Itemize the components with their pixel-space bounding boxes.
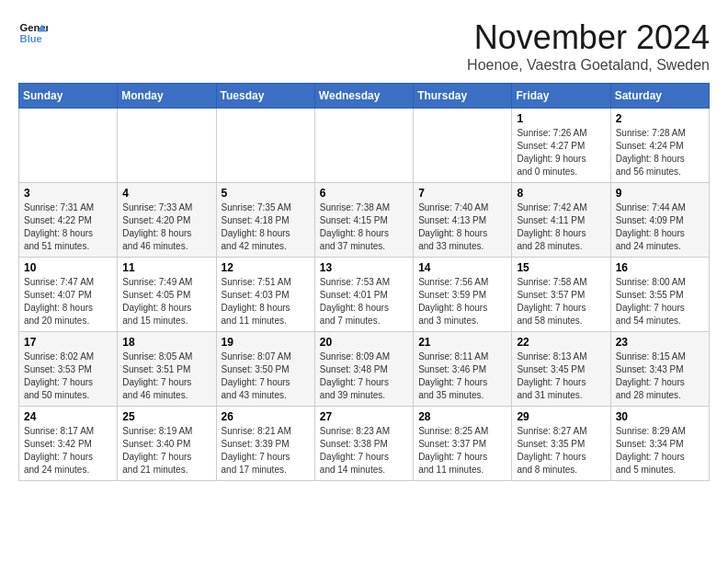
day-info: Sunrise: 8:15 AM Sunset: 3:43 PM Dayligh…	[616, 350, 704, 402]
calendar-day-cell	[19, 109, 118, 183]
calendar-day-cell	[118, 109, 216, 183]
calendar-day-cell: 24 Sunrise: 8:17 AM Sunset: 3:42 PM Dayl…	[19, 407, 118, 481]
calendar-day-cell: 27 Sunrise: 8:23 AM Sunset: 3:38 PM Dayl…	[314, 407, 413, 481]
calendar-day-cell: 28 Sunrise: 8:25 AM Sunset: 3:37 PM Dayl…	[414, 407, 512, 481]
day-info: Sunrise: 7:28 AM Sunset: 4:24 PM Dayligh…	[616, 127, 704, 178]
day-info: Sunrise: 8:00 AM Sunset: 3:55 PM Dayligh…	[616, 276, 704, 327]
weekday-header: Wednesday	[314, 84, 413, 109]
day-info: Sunrise: 8:05 AM Sunset: 3:51 PM Dayligh…	[122, 350, 210, 402]
day-info: Sunrise: 8:17 AM Sunset: 3:42 PM Dayligh…	[24, 425, 112, 477]
calendar-day-cell: 19 Sunrise: 8:07 AM Sunset: 3:50 PM Dayl…	[216, 332, 314, 407]
calendar-day-cell	[414, 109, 512, 183]
calendar-day-cell: 9 Sunrise: 7:44 AM Sunset: 4:09 PM Dayli…	[610, 183, 709, 258]
day-number: 20	[320, 336, 408, 349]
day-info: Sunrise: 8:21 AM Sunset: 3:39 PM Dayligh…	[222, 425, 310, 477]
day-number: 21	[418, 336, 506, 349]
calendar-day-cell: 21 Sunrise: 8:11 AM Sunset: 3:46 PM Dayl…	[414, 332, 512, 407]
calendar-day-cell: 12 Sunrise: 7:51 AM Sunset: 4:03 PM Dayl…	[216, 258, 314, 332]
weekday-header: Thursday	[414, 84, 512, 109]
day-info: Sunrise: 8:25 AM Sunset: 3:37 PM Dayligh…	[418, 425, 506, 477]
day-number: 23	[616, 336, 704, 349]
calendar-day-cell: 17 Sunrise: 8:02 AM Sunset: 3:53 PM Dayl…	[19, 332, 118, 407]
calendar-day-cell	[314, 109, 413, 183]
day-info: Sunrise: 8:07 AM Sunset: 3:50 PM Dayligh…	[222, 350, 310, 402]
day-info: Sunrise: 8:02 AM Sunset: 3:53 PM Dayligh…	[24, 350, 112, 402]
month-title: November 2024	[467, 18, 710, 57]
day-info: Sunrise: 8:29 AM Sunset: 3:34 PM Dayligh…	[616, 425, 704, 477]
location-title: Hoenoe, Vaestra Goetaland, Sweden	[467, 57, 710, 74]
day-number: 3	[24, 187, 112, 200]
day-number: 9	[616, 187, 704, 200]
day-number: 2	[616, 112, 704, 125]
calendar-day-cell: 15 Sunrise: 7:58 AM Sunset: 3:57 PM Dayl…	[512, 258, 610, 332]
calendar-table: SundayMondayTuesdayWednesdayThursdayFrid…	[18, 83, 710, 481]
day-number: 17	[24, 336, 112, 349]
calendar-day-cell: 18 Sunrise: 8:05 AM Sunset: 3:51 PM Dayl…	[118, 332, 216, 407]
calendar-day-cell: 8 Sunrise: 7:42 AM Sunset: 4:11 PM Dayli…	[512, 183, 610, 258]
calendar-day-cell	[216, 109, 314, 183]
day-number: 14	[418, 261, 506, 274]
day-info: Sunrise: 7:51 AM Sunset: 4:03 PM Dayligh…	[222, 276, 310, 327]
calendar-week-row: 10 Sunrise: 7:47 AM Sunset: 4:07 PM Dayl…	[19, 258, 710, 332]
calendar-week-row: 17 Sunrise: 8:02 AM Sunset: 3:53 PM Dayl…	[19, 332, 710, 407]
day-info: Sunrise: 8:13 AM Sunset: 3:45 PM Dayligh…	[517, 350, 605, 402]
title-area: November 2024 Hoenoe, Vaestra Goetaland,…	[467, 18, 710, 74]
day-number: 5	[222, 187, 310, 200]
svg-text:Blue: Blue	[20, 33, 42, 44]
day-info: Sunrise: 7:40 AM Sunset: 4:13 PM Dayligh…	[418, 201, 506, 253]
weekday-header: Saturday	[610, 84, 709, 109]
day-number: 8	[517, 187, 605, 200]
calendar-day-cell: 1 Sunrise: 7:26 AM Sunset: 4:27 PM Dayli…	[512, 109, 610, 183]
calendar-day-cell: 7 Sunrise: 7:40 AM Sunset: 4:13 PM Dayli…	[414, 183, 512, 258]
calendar-day-cell: 2 Sunrise: 7:28 AM Sunset: 4:24 PM Dayli…	[610, 109, 709, 183]
calendar-day-cell: 11 Sunrise: 7:49 AM Sunset: 4:05 PM Dayl…	[118, 258, 216, 332]
day-info: Sunrise: 7:49 AM Sunset: 4:05 PM Dayligh…	[122, 276, 210, 327]
day-number: 30	[616, 410, 704, 423]
day-number: 7	[418, 187, 506, 200]
day-number: 12	[222, 261, 310, 274]
day-number: 15	[517, 261, 605, 274]
logo-icon: General Blue	[18, 18, 48, 48]
calendar-header-row: SundayMondayTuesdayWednesdayThursdayFrid…	[19, 84, 710, 109]
day-number: 4	[122, 187, 210, 200]
calendar-day-cell: 25 Sunrise: 8:19 AM Sunset: 3:40 PM Dayl…	[118, 407, 216, 481]
calendar-day-cell: 6 Sunrise: 7:38 AM Sunset: 4:15 PM Dayli…	[314, 183, 413, 258]
day-info: Sunrise: 8:09 AM Sunset: 3:48 PM Dayligh…	[320, 350, 408, 402]
day-info: Sunrise: 7:35 AM Sunset: 4:18 PM Dayligh…	[222, 201, 310, 253]
weekday-header: Tuesday	[216, 84, 314, 109]
day-info: Sunrise: 7:33 AM Sunset: 4:20 PM Dayligh…	[122, 201, 210, 253]
calendar-day-cell: 29 Sunrise: 8:27 AM Sunset: 3:35 PM Dayl…	[512, 407, 610, 481]
day-info: Sunrise: 8:19 AM Sunset: 3:40 PM Dayligh…	[122, 425, 210, 477]
day-number: 24	[24, 410, 112, 423]
weekday-header: Sunday	[19, 84, 118, 109]
day-info: Sunrise: 7:42 AM Sunset: 4:11 PM Dayligh…	[517, 201, 605, 253]
weekday-header: Monday	[118, 84, 216, 109]
calendar-week-row: 24 Sunrise: 8:17 AM Sunset: 3:42 PM Dayl…	[19, 407, 710, 481]
day-number: 22	[517, 336, 605, 349]
day-number: 1	[517, 112, 605, 125]
calendar-day-cell: 26 Sunrise: 8:21 AM Sunset: 3:39 PM Dayl…	[216, 407, 314, 481]
day-number: 13	[320, 261, 408, 274]
logo: General Blue	[18, 18, 48, 48]
calendar-day-cell: 22 Sunrise: 8:13 AM Sunset: 3:45 PM Dayl…	[512, 332, 610, 407]
day-info: Sunrise: 7:26 AM Sunset: 4:27 PM Dayligh…	[517, 127, 605, 178]
day-number: 28	[418, 410, 506, 423]
day-number: 6	[320, 187, 408, 200]
day-info: Sunrise: 7:47 AM Sunset: 4:07 PM Dayligh…	[24, 276, 112, 327]
day-info: Sunrise: 7:31 AM Sunset: 4:22 PM Dayligh…	[24, 201, 112, 253]
calendar-week-row: 1 Sunrise: 7:26 AM Sunset: 4:27 PM Dayli…	[19, 109, 710, 183]
calendar-week-row: 3 Sunrise: 7:31 AM Sunset: 4:22 PM Dayli…	[19, 183, 710, 258]
day-number: 29	[517, 410, 605, 423]
day-info: Sunrise: 7:56 AM Sunset: 3:59 PM Dayligh…	[418, 276, 506, 327]
calendar-day-cell: 4 Sunrise: 7:33 AM Sunset: 4:20 PM Dayli…	[118, 183, 216, 258]
day-number: 25	[122, 410, 210, 423]
header: General Blue November 2024 Hoenoe, Vaest…	[18, 18, 710, 74]
calendar-day-cell: 23 Sunrise: 8:15 AM Sunset: 3:43 PM Dayl…	[610, 332, 709, 407]
day-number: 11	[122, 261, 210, 274]
day-info: Sunrise: 8:27 AM Sunset: 3:35 PM Dayligh…	[517, 425, 605, 477]
calendar-day-cell: 16 Sunrise: 8:00 AM Sunset: 3:55 PM Dayl…	[610, 258, 709, 332]
calendar-day-cell: 20 Sunrise: 8:09 AM Sunset: 3:48 PM Dayl…	[314, 332, 413, 407]
day-number: 27	[320, 410, 408, 423]
calendar-day-cell: 10 Sunrise: 7:47 AM Sunset: 4:07 PM Dayl…	[19, 258, 118, 332]
day-info: Sunrise: 7:38 AM Sunset: 4:15 PM Dayligh…	[320, 201, 408, 253]
